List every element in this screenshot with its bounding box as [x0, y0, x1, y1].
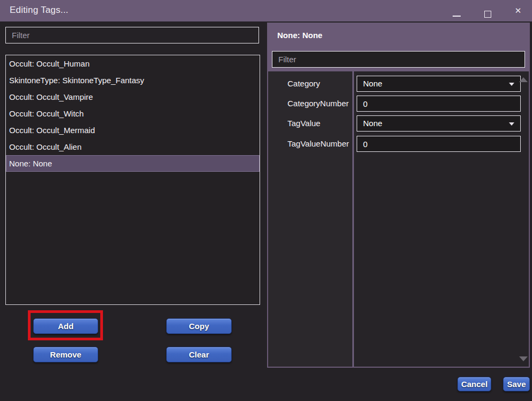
- window-title: Editing Tags...: [10, 5, 68, 16]
- field-label-category: Category: [287, 76, 320, 92]
- field-row: CategoryNone: [268, 76, 529, 92]
- tag-filter-input[interactable]: [5, 27, 259, 43]
- value-filter-input[interactable]: [272, 51, 525, 68]
- panel-header: None: None: [268, 24, 529, 71]
- list-item[interactable]: Occult: Occult_Alien: [6, 138, 260, 155]
- list-item[interactable]: Occult: Occult_Human: [6, 55, 260, 72]
- close-button[interactable]: ✕: [508, 0, 528, 21]
- list-item[interactable]: Occult: Occult_Mermaid: [6, 122, 260, 138]
- tagvalue-dropdown[interactable]: None: [357, 115, 521, 132]
- maximize-button[interactable]: [478, 0, 497, 21]
- close-icon: ✕: [508, 0, 528, 21]
- list-item[interactable]: Occult: Occult_Witch: [6, 105, 260, 122]
- field-label-tagvaluenumber: TagValueNumber: [287, 136, 349, 152]
- save-button[interactable]: Save: [503, 377, 530, 391]
- copy-button[interactable]: Copy: [166, 318, 232, 334]
- titlebar: Editing Tags... ✕: [0, 0, 532, 21]
- clear-button[interactable]: Clear: [166, 347, 232, 362]
- categorynumber-input[interactable]: [357, 96, 521, 112]
- tag-list[interactable]: Occult: Occult_HumanSkintoneType: Skinto…: [5, 55, 260, 305]
- chevron-down-icon: [509, 122, 514, 126]
- cancel-button[interactable]: Cancel: [457, 377, 491, 391]
- tag-editor-panel: None: None CategoryNoneCategoryNumberTag…: [267, 23, 530, 368]
- remove-button[interactable]: Remove: [33, 347, 98, 362]
- dropdown-value: None: [363, 79, 382, 88]
- list-item[interactable]: Occult: Occult_Vampire: [6, 89, 260, 105]
- scroll-down-icon[interactable]: [519, 356, 528, 361]
- add-button[interactable]: Add: [33, 318, 98, 334]
- list-item[interactable]: SkintoneType: SkintoneType_Fantasy: [6, 72, 260, 89]
- field-label-categorynumber: CategoryNumber: [287, 96, 349, 112]
- category-dropdown[interactable]: None: [357, 76, 521, 92]
- minimize-button[interactable]: [447, 0, 466, 21]
- dropdown-value: None: [363, 119, 382, 128]
- minimize-icon: [453, 16, 461, 17]
- field-row: CategoryNumber: [268, 96, 529, 112]
- maximize-icon: [484, 11, 491, 18]
- selected-tag-title: None: None: [277, 31, 322, 40]
- list-item[interactable]: None: None: [6, 155, 260, 172]
- scroll-up-icon[interactable]: [519, 77, 528, 82]
- app-window: Editing Tags... ✕ Occult: Occult_HumanSk…: [0, 0, 532, 401]
- tagvaluenumber-input[interactable]: [357, 136, 521, 152]
- field-label-tagvalue: TagValue: [287, 115, 320, 132]
- field-row: TagValueNone: [268, 115, 529, 132]
- panel-body: CategoryNoneCategoryNumberTagValueNoneTa…: [268, 71, 529, 367]
- chevron-down-icon: [509, 83, 514, 86]
- field-row: TagValueNumber: [268, 136, 529, 152]
